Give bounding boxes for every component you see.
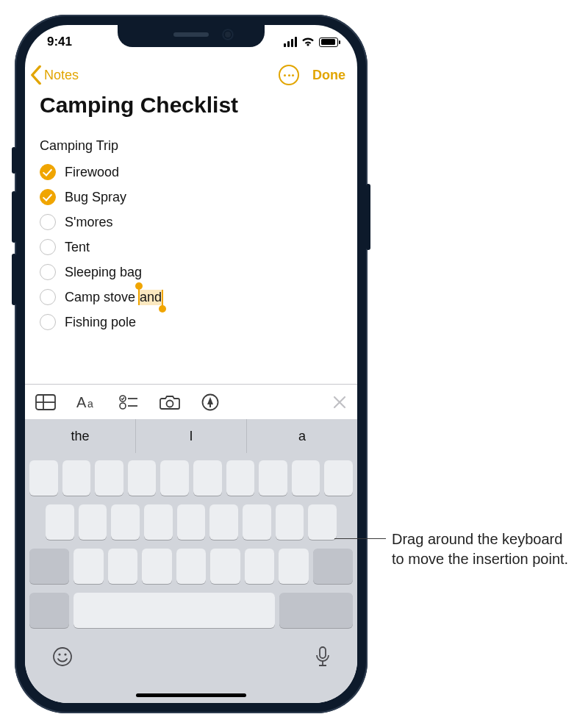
checklist-item[interactable]: Tent bbox=[40, 235, 343, 260]
keyboard-key[interactable] bbox=[177, 504, 206, 540]
svg-point-13 bbox=[64, 653, 66, 655]
keyboard-key[interactable] bbox=[108, 549, 138, 584]
checklist-item[interactable]: Camp stove and bbox=[40, 285, 343, 310]
checkbox-empty-icon[interactable] bbox=[40, 239, 56, 255]
shift-key[interactable] bbox=[29, 549, 69, 584]
predictive-suggestion[interactable]: a bbox=[247, 419, 357, 453]
keyboard-key[interactable] bbox=[74, 549, 104, 584]
keyboard-key[interactable] bbox=[193, 460, 222, 496]
checklist-item-label[interactable]: Fishing pole bbox=[65, 315, 136, 330]
keyboard-key[interactable] bbox=[111, 504, 140, 540]
checkbox-empty-icon[interactable] bbox=[40, 264, 56, 280]
close-icon[interactable] bbox=[332, 395, 347, 410]
svg-point-12 bbox=[58, 653, 60, 655]
note-title[interactable]: Camping Checklist bbox=[25, 91, 357, 124]
svg-text:A: A bbox=[76, 394, 87, 410]
checkbox-checked-icon[interactable] bbox=[40, 189, 56, 205]
keyboard-key[interactable] bbox=[79, 504, 107, 540]
checkbox-empty-icon[interactable] bbox=[40, 314, 56, 330]
checklist-icon[interactable] bbox=[119, 394, 138, 410]
callout-text: Drag around the keyboard to move the ins… bbox=[392, 529, 576, 569]
checkbox-empty-icon[interactable] bbox=[40, 289, 56, 305]
svg-point-9 bbox=[167, 400, 173, 407]
checklist-item-label[interactable]: Tent bbox=[65, 240, 90, 255]
back-button[interactable]: Notes bbox=[29, 65, 79, 85]
checkbox-checked-icon[interactable] bbox=[40, 164, 56, 180]
checklist-item[interactable]: Bug Spray bbox=[40, 185, 343, 210]
text-selection[interactable]: and bbox=[139, 290, 162, 305]
svg-point-7 bbox=[120, 403, 126, 409]
checklist-item[interactable]: Firewood bbox=[40, 160, 343, 185]
keyboard-key[interactable] bbox=[160, 460, 189, 496]
keyboard-key[interactable] bbox=[142, 549, 172, 584]
predictive-suggestion[interactable]: the bbox=[25, 419, 136, 453]
keyboard-key[interactable] bbox=[259, 460, 287, 496]
selection-handle-end[interactable] bbox=[159, 305, 166, 313]
predictive-bar: the I a bbox=[25, 419, 357, 453]
checklist: Firewood Bug Spray S'mores Tent bbox=[40, 160, 343, 335]
selected-text: and bbox=[140, 290, 162, 304]
table-icon[interactable] bbox=[35, 394, 56, 410]
svg-rect-14 bbox=[320, 647, 326, 658]
side-button-vol-down bbox=[12, 254, 16, 305]
cellular-icon bbox=[284, 37, 297, 47]
battery-icon bbox=[319, 38, 338, 47]
checklist-item-label[interactable]: Camp stove and bbox=[65, 290, 162, 305]
text-format-icon[interactable]: Aa bbox=[76, 394, 98, 410]
annotation-callout: Drag around the keyboard to move the ins… bbox=[334, 529, 576, 569]
side-button-vol-up bbox=[12, 191, 16, 243]
camera-icon[interactable] bbox=[159, 394, 181, 410]
keyboard-key[interactable] bbox=[324, 460, 353, 496]
svg-point-11 bbox=[54, 648, 71, 665]
keyboard-key[interactable] bbox=[226, 460, 255, 496]
keyboard-key[interactable] bbox=[95, 460, 123, 496]
keyboard-key[interactable] bbox=[210, 549, 240, 584]
keyboard-key[interactable] bbox=[209, 504, 238, 540]
checklist-item-label[interactable]: Firewood bbox=[65, 165, 119, 180]
side-button-mute bbox=[12, 147, 16, 174]
keyboard-key[interactable] bbox=[62, 460, 91, 496]
screen: 9:41 Notes bbox=[25, 25, 357, 703]
keyboard-trackpad[interactable] bbox=[25, 453, 357, 703]
more-button[interactable] bbox=[279, 65, 299, 85]
keyboard-key[interactable] bbox=[245, 549, 275, 584]
format-toolbar: Aa bbox=[25, 384, 357, 419]
markup-icon[interactable] bbox=[201, 393, 219, 411]
keyboard-key[interactable] bbox=[176, 549, 207, 584]
space-key[interactable] bbox=[74, 593, 275, 628]
return-key[interactable] bbox=[279, 593, 353, 628]
emoji-icon[interactable] bbox=[51, 646, 74, 671]
checkbox-empty-icon[interactable] bbox=[40, 214, 56, 230]
status-time: 9:41 bbox=[47, 35, 72, 49]
nav-bar: Notes Done bbox=[25, 59, 357, 91]
checklist-item[interactable]: S'mores bbox=[40, 210, 343, 235]
keyboard-key[interactable] bbox=[276, 504, 304, 540]
chevron-left-icon bbox=[29, 65, 43, 85]
checklist-item-label[interactable]: Bug Spray bbox=[65, 190, 126, 205]
dictation-icon[interactable] bbox=[315, 646, 331, 671]
keyboard-key[interactable] bbox=[292, 460, 320, 496]
numbers-key[interactable] bbox=[29, 593, 69, 628]
keyboard-key[interactable] bbox=[144, 504, 173, 540]
predictive-suggestion[interactable]: I bbox=[136, 419, 247, 453]
done-button[interactable]: Done bbox=[312, 68, 345, 83]
notch bbox=[118, 25, 265, 47]
keyboard-key[interactable] bbox=[243, 504, 271, 540]
checklist-item-label[interactable]: S'mores bbox=[65, 215, 112, 230]
checklist-item[interactable]: Fishing pole bbox=[40, 310, 343, 335]
keyboard-key[interactable] bbox=[128, 460, 157, 496]
text-before-selection: Camp stove bbox=[65, 290, 139, 304]
home-indicator[interactable] bbox=[136, 693, 246, 697]
ellipsis-icon bbox=[284, 74, 294, 76]
keyboard-key[interactable] bbox=[29, 460, 58, 496]
keyboard-key[interactable] bbox=[308, 504, 337, 540]
note-body[interactable]: Camping Trip Firewood Bug Spray S'mores bbox=[25, 124, 357, 335]
note-subtitle[interactable]: Camping Trip bbox=[40, 138, 343, 154]
wifi-icon bbox=[301, 37, 315, 47]
checklist-item-label[interactable]: Sleeping bag bbox=[65, 265, 142, 280]
phone-frame: 9:41 Notes bbox=[15, 15, 368, 713]
keyboard-key[interactable] bbox=[46, 504, 74, 540]
keyboard-key[interactable] bbox=[279, 549, 309, 584]
selection-handle-start[interactable] bbox=[135, 282, 143, 290]
checklist-item[interactable]: Sleeping bag bbox=[40, 260, 343, 285]
